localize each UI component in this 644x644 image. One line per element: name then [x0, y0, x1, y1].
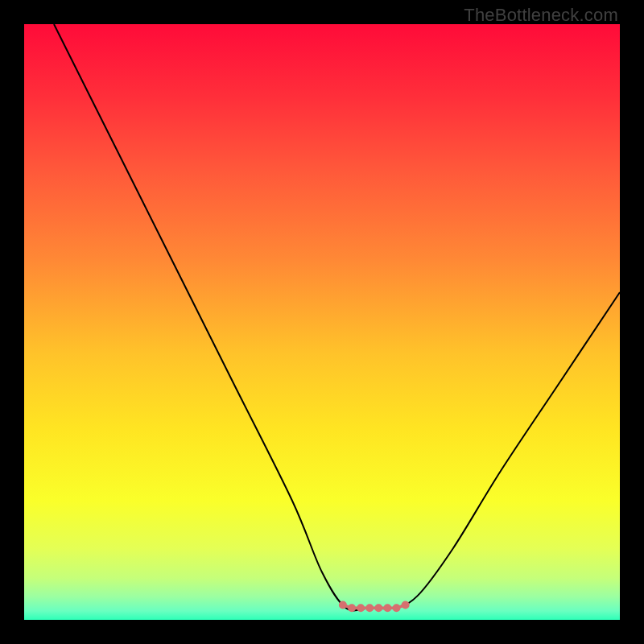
bottleneck-curve	[54, 24, 620, 610]
chart-container: TheBottleneck.com	[0, 0, 644, 644]
marker-dot	[357, 604, 365, 612]
marker-dot	[393, 604, 401, 612]
plot-area	[24, 24, 620, 620]
marker-dot	[348, 604, 356, 612]
marker-dot	[365, 604, 374, 612]
watermark-text: TheBottleneck.com	[464, 5, 618, 26]
curve-layer	[24, 24, 620, 620]
marker-dot	[374, 604, 382, 612]
marker-dot	[339, 601, 347, 609]
flat-zone-markers	[339, 601, 410, 613]
marker-dot	[383, 604, 391, 612]
marker-dot	[402, 601, 410, 609]
